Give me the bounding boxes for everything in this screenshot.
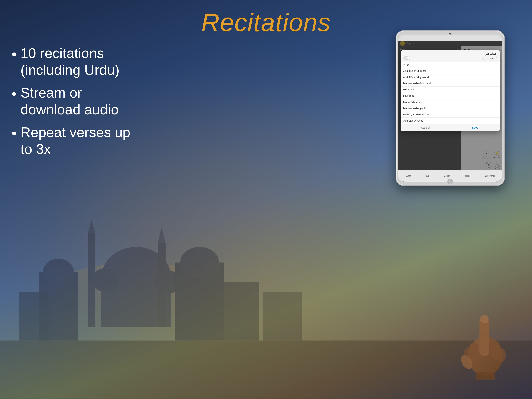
cancel-button[interactable]: Cancel (400, 124, 450, 131)
bullet-item-1: • 10 recitations (including Urdu) (12, 45, 133, 78)
svg-point-23 (498, 348, 506, 362)
tablet-screen: Q QUR Surah ✕ ⌄ الفاتحة 7 | 1-7 (398, 35, 502, 182)
reciter-name-1: Abdul Basit Mujawwad (403, 76, 429, 78)
reciter-name-0: Abdul Basit Murattal (403, 69, 426, 72)
reciter-item-4[interactable]: Hani Rifai (400, 93, 500, 99)
reciter-item-5[interactable]: Maher AlMusiqly (400, 99, 500, 105)
nav-item-juz[interactable]: Juz (426, 175, 429, 177)
nav-item-surah[interactable]: Surah (406, 175, 411, 177)
reciter-item-7[interactable]: Mishary Rashid Alafasy (400, 111, 500, 118)
modal-title: انتخاب قاری (403, 52, 497, 55)
bullet-item-3: • Repeat verses up to 3x (12, 124, 133, 158)
app-screen: Q QUR Surah ✕ ⌄ الفاتحة 7 | 1-7 (398, 40, 502, 182)
reciter-name-6: Muhammad Ayyoub (403, 107, 426, 110)
nav-index-label: Index (465, 175, 470, 177)
svg-point-8 (92, 269, 119, 292)
svg-marker-5 (88, 220, 95, 233)
bullet-item-2: • Stream or download audio (12, 84, 133, 118)
tablet-camera (449, 33, 451, 35)
nav-juz-label: Juz (426, 175, 429, 177)
hand-image (454, 302, 516, 380)
reciter-item-8[interactable]: Abu Bakr Al-Shatri (400, 118, 500, 124)
bullet-text-1: 10 recitations (including Urdu) (20, 45, 133, 78)
bullet-dot-3: • (12, 125, 17, 142)
reciter-item-1[interactable]: Abdul Basit Mujawwad (400, 74, 500, 80)
svg-point-19 (480, 315, 488, 323)
reciter-name-3: Gharnadi (403, 88, 414, 91)
bullet-text-2: Stream or download audio (20, 84, 133, 118)
first-item-text: ۱۱۱ (407, 64, 410, 66)
reciter-first-item[interactable]: ✓ ۱۱۱ (400, 62, 500, 68)
tablet-device: Q QUR Surah ✕ ⌄ الفاتحة 7 | 1-7 (396, 30, 505, 186)
reciter-item-3[interactable]: Gharnadi (400, 86, 500, 93)
nav-surah-label: Surah (406, 175, 411, 177)
svg-point-11 (43, 259, 74, 286)
modal-header: انتخاب قاری قرن پیروی بروش (400, 50, 500, 62)
toggle-knob (407, 57, 410, 60)
bullet-text-3: Repeat verses up to 3x (20, 124, 133, 158)
reciter-item-6[interactable]: Muhammad Ayyoub (400, 105, 500, 111)
reciter-name-4: Hani Rifai (403, 94, 414, 97)
svg-rect-16 (263, 292, 302, 341)
reciter-name-7: Mishary Rashid Alafasy (403, 113, 430, 116)
svg-rect-14 (19, 292, 49, 341)
nav-search-label: Search (444, 175, 450, 177)
nav-item-search[interactable]: Search (444, 175, 450, 177)
save-button[interactable]: Save (450, 124, 500, 131)
svg-rect-15 (224, 282, 259, 341)
modal-subtitle: قرن پیروی بروش (482, 57, 497, 59)
urdu-toggle[interactable] (403, 56, 410, 60)
reciter-name-2: Muhammad Al-Minshawi (403, 82, 431, 85)
bullet-dot-1: • (12, 46, 17, 63)
tablet-home-button[interactable] (448, 179, 453, 184)
nav-bookmarks-label: Bookmarks (485, 175, 495, 177)
svg-rect-1 (0, 341, 532, 399)
nav-item-bookmarks[interactable]: Bookmarks (485, 175, 495, 177)
modal-subtitle-row: قرن پیروی بروش (403, 55, 497, 61)
reciter-item-0[interactable]: Abdul Basit Murattal (400, 68, 500, 74)
svg-marker-7 (158, 228, 165, 243)
nav-item-index[interactable]: Index (465, 175, 470, 177)
svg-rect-25 (475, 372, 495, 380)
reciter-list: Abdul Basit Murattal Abdul Basit Mujawwa… (400, 68, 500, 124)
checkmark-icon: ✓ (403, 64, 405, 66)
bullet-dot-2: • (12, 85, 17, 102)
reciter-item-2[interactable]: Muhammad Al-Minshawi (400, 80, 500, 86)
modal-footer: Cancel Save (400, 124, 500, 131)
svg-point-13 (180, 247, 219, 278)
reciter-name-5: Maher AlMusiqly (403, 101, 422, 103)
reciter-modal: انتخاب قاری قرن پیروی بروش ✓ ۱۱۱ (400, 50, 500, 131)
reciter-name-8: Abu Bakr Al-Shatri (403, 119, 424, 122)
bullet-list: • 10 recitations (including Urdu) • Stre… (12, 45, 133, 163)
